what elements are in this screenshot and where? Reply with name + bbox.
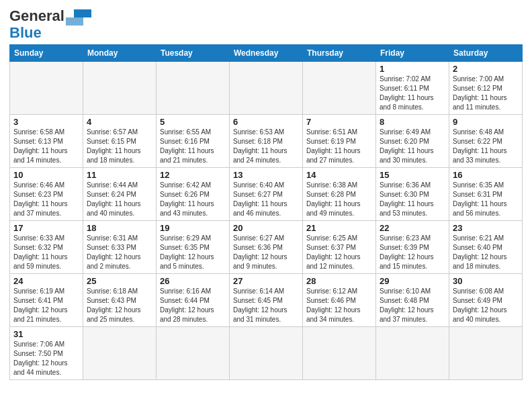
calendar-week-row: 31Sunrise: 7:06 AM Sunset: 7:50 PM Dayli… bbox=[10, 327, 523, 380]
table-row: 8Sunrise: 6:49 AM Sunset: 6:20 PM Daylig… bbox=[376, 115, 449, 168]
day-info: Sunrise: 6:53 AM Sunset: 6:18 PM Dayligh… bbox=[233, 128, 299, 165]
table-row: 21Sunrise: 6:25 AM Sunset: 6:37 PM Dayli… bbox=[303, 221, 376, 274]
day-info: Sunrise: 6:57 AM Sunset: 6:15 PM Dayligh… bbox=[87, 128, 152, 165]
table-row bbox=[83, 327, 157, 380]
day-number: 28 bbox=[306, 276, 372, 286]
table-row: 16Sunrise: 6:35 AM Sunset: 6:31 PM Dayli… bbox=[449, 168, 523, 221]
table-row: 3Sunrise: 6:58 AM Sunset: 6:13 PM Daylig… bbox=[10, 115, 83, 168]
day-info: Sunrise: 6:14 AM Sunset: 6:45 PM Dayligh… bbox=[233, 287, 299, 324]
day-info: Sunrise: 7:00 AM Sunset: 6:12 PM Dayligh… bbox=[453, 75, 519, 112]
day-number: 7 bbox=[306, 117, 372, 127]
day-number: 20 bbox=[233, 223, 299, 233]
day-number: 30 bbox=[453, 276, 519, 286]
day-number: 21 bbox=[306, 223, 372, 233]
day-number: 10 bbox=[13, 170, 79, 180]
calendar-week-row: 17Sunrise: 6:33 AM Sunset: 6:32 PM Dayli… bbox=[10, 221, 523, 274]
day-info: Sunrise: 6:51 AM Sunset: 6:19 PM Dayligh… bbox=[306, 128, 372, 165]
table-row: 25Sunrise: 6:18 AM Sunset: 6:43 PM Dayli… bbox=[83, 274, 157, 327]
day-number: 31 bbox=[13, 329, 79, 339]
col-thursday: Thursday bbox=[303, 45, 376, 62]
day-info: Sunrise: 6:38 AM Sunset: 6:28 PM Dayligh… bbox=[306, 181, 372, 218]
table-row: 18Sunrise: 6:31 AM Sunset: 6:33 PM Dayli… bbox=[83, 221, 157, 274]
day-info: Sunrise: 6:23 AM Sunset: 6:39 PM Dayligh… bbox=[380, 234, 445, 271]
table-row: 9Sunrise: 6:48 AM Sunset: 6:22 PM Daylig… bbox=[449, 115, 523, 168]
day-number: 22 bbox=[380, 223, 445, 233]
table-row: 19Sunrise: 6:29 AM Sunset: 6:35 PM Dayli… bbox=[157, 221, 230, 274]
calendar-header-row: Sunday Monday Tuesday Wednesday Thursday… bbox=[10, 45, 523, 62]
table-row bbox=[230, 62, 303, 115]
table-row bbox=[303, 327, 376, 380]
col-wednesday: Wednesday bbox=[230, 45, 303, 62]
day-info: Sunrise: 6:12 AM Sunset: 6:46 PM Dayligh… bbox=[306, 287, 372, 324]
day-number: 13 bbox=[233, 170, 299, 180]
table-row bbox=[230, 327, 303, 380]
table-row: 12Sunrise: 6:42 AM Sunset: 6:26 PM Dayli… bbox=[157, 168, 230, 221]
day-info: Sunrise: 6:58 AM Sunset: 6:13 PM Dayligh… bbox=[13, 128, 79, 165]
calendar-table: Sunday Monday Tuesday Wednesday Thursday… bbox=[9, 44, 523, 380]
table-row: 10Sunrise: 6:46 AM Sunset: 6:23 PM Dayli… bbox=[10, 168, 83, 221]
day-info: Sunrise: 6:48 AM Sunset: 6:22 PM Dayligh… bbox=[453, 128, 519, 165]
day-number: 14 bbox=[306, 170, 372, 180]
day-info: Sunrise: 6:25 AM Sunset: 6:37 PM Dayligh… bbox=[306, 234, 372, 271]
table-row bbox=[449, 327, 523, 380]
svg-marker-0 bbox=[74, 9, 91, 17]
day-number: 12 bbox=[160, 170, 226, 180]
table-row: 20Sunrise: 6:27 AM Sunset: 6:36 PM Dayli… bbox=[230, 221, 303, 274]
table-row: 2Sunrise: 7:00 AM Sunset: 6:12 PM Daylig… bbox=[449, 62, 523, 115]
day-number: 3 bbox=[13, 117, 79, 127]
day-info: Sunrise: 6:29 AM Sunset: 6:35 PM Dayligh… bbox=[160, 234, 226, 271]
table-row: 30Sunrise: 6:08 AM Sunset: 6:49 PM Dayli… bbox=[449, 274, 523, 327]
day-number: 25 bbox=[87, 276, 152, 286]
day-info: Sunrise: 6:08 AM Sunset: 6:49 PM Dayligh… bbox=[453, 287, 519, 324]
day-info: Sunrise: 7:06 AM Sunset: 7:50 PM Dayligh… bbox=[13, 340, 79, 377]
day-info: Sunrise: 6:27 AM Sunset: 6:36 PM Dayligh… bbox=[233, 234, 299, 271]
table-row: 17Sunrise: 6:33 AM Sunset: 6:32 PM Dayli… bbox=[10, 221, 83, 274]
day-info: Sunrise: 6:46 AM Sunset: 6:23 PM Dayligh… bbox=[13, 181, 79, 218]
day-info: Sunrise: 6:36 AM Sunset: 6:30 PM Dayligh… bbox=[380, 181, 445, 218]
col-saturday: Saturday bbox=[449, 45, 523, 62]
day-number: 17 bbox=[13, 223, 79, 233]
day-number: 18 bbox=[87, 223, 152, 233]
day-number: 24 bbox=[13, 276, 79, 286]
day-number: 16 bbox=[453, 170, 519, 180]
table-row: 13Sunrise: 6:40 AM Sunset: 6:27 PM Dayli… bbox=[230, 168, 303, 221]
table-row: 27Sunrise: 6:14 AM Sunset: 6:45 PM Dayli… bbox=[230, 274, 303, 327]
table-row bbox=[157, 327, 230, 380]
day-info: Sunrise: 6:35 AM Sunset: 6:31 PM Dayligh… bbox=[453, 181, 519, 218]
day-number: 4 bbox=[87, 117, 152, 127]
calendar-week-row: 3Sunrise: 6:58 AM Sunset: 6:13 PM Daylig… bbox=[10, 115, 523, 168]
col-sunday: Sunday bbox=[10, 45, 83, 62]
day-number: 26 bbox=[160, 276, 226, 286]
table-row: 11Sunrise: 6:44 AM Sunset: 6:24 PM Dayli… bbox=[83, 168, 157, 221]
calendar-week-row: 24Sunrise: 6:19 AM Sunset: 6:41 PM Dayli… bbox=[10, 274, 523, 327]
day-info: Sunrise: 6:21 AM Sunset: 6:40 PM Dayligh… bbox=[453, 234, 519, 271]
day-number: 23 bbox=[453, 223, 519, 233]
table-row bbox=[303, 62, 376, 115]
day-number: 5 bbox=[160, 117, 226, 127]
day-number: 29 bbox=[380, 276, 445, 286]
svg-marker-1 bbox=[66, 17, 83, 26]
table-row: 29Sunrise: 6:10 AM Sunset: 6:48 PM Dayli… bbox=[376, 274, 449, 327]
table-row bbox=[376, 327, 449, 380]
day-info: Sunrise: 6:55 AM Sunset: 6:16 PM Dayligh… bbox=[160, 128, 226, 165]
calendar-week-row: 10Sunrise: 6:46 AM Sunset: 6:23 PM Dayli… bbox=[10, 168, 523, 221]
day-info: Sunrise: 6:42 AM Sunset: 6:26 PM Dayligh… bbox=[160, 181, 226, 218]
col-tuesday: Tuesday bbox=[157, 45, 230, 62]
table-row: 7Sunrise: 6:51 AM Sunset: 6:19 PM Daylig… bbox=[303, 115, 376, 168]
logo-text-general: General bbox=[9, 9, 64, 24]
day-number: 6 bbox=[233, 117, 299, 127]
day-info: Sunrise: 6:40 AM Sunset: 6:27 PM Dayligh… bbox=[233, 181, 299, 218]
day-number: 8 bbox=[380, 117, 445, 127]
logo-text-blue: Blue bbox=[9, 26, 42, 40]
calendar-week-row: 1Sunrise: 7:02 AM Sunset: 6:11 PM Daylig… bbox=[10, 62, 523, 115]
day-number: 11 bbox=[87, 170, 152, 180]
table-row: 1Sunrise: 7:02 AM Sunset: 6:11 PM Daylig… bbox=[376, 62, 449, 115]
table-row: 31Sunrise: 7:06 AM Sunset: 7:50 PM Dayli… bbox=[10, 327, 83, 380]
table-row: 5Sunrise: 6:55 AM Sunset: 6:16 PM Daylig… bbox=[157, 115, 230, 168]
page: General Blue Sunday Monday Tuesday Wedne… bbox=[0, 0, 532, 385]
table-row: 26Sunrise: 6:16 AM Sunset: 6:44 PM Dayli… bbox=[157, 274, 230, 327]
day-info: Sunrise: 6:18 AM Sunset: 6:43 PM Dayligh… bbox=[87, 287, 152, 324]
header: General Blue bbox=[9, 7, 523, 40]
logo: General Blue bbox=[9, 7, 91, 40]
day-info: Sunrise: 6:10 AM Sunset: 6:48 PM Dayligh… bbox=[380, 287, 445, 324]
